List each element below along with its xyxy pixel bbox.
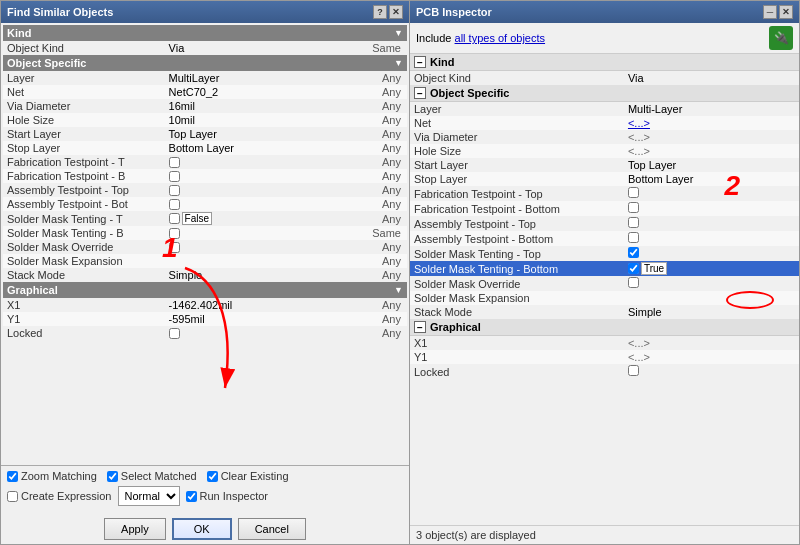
table-row: Y1 -595mil Any (3, 312, 407, 326)
asm-testpoint-bot-checkbox[interactable] (169, 199, 180, 210)
table-row: Solder Mask Tenting - T False Any (3, 211, 407, 226)
pcb-title: PCB Inspector (416, 6, 492, 18)
pcb-obj-spec-collapse[interactable]: − (414, 87, 426, 99)
bottom-options: Zoom Matching Select Matched Clear Exist… (1, 465, 409, 514)
kind-object-kind-value: Via (165, 41, 306, 55)
bottom-checkboxes-row1: Zoom Matching Select Matched Clear Exist… (7, 470, 403, 482)
solder-mask-override-checkbox[interactable] (169, 242, 180, 253)
table-row: Start Layer Top Layer (410, 158, 799, 172)
table-row: Via Diameter 16mil Any (3, 99, 407, 113)
table-row: Solder Mask Override Any (3, 240, 407, 254)
pcb-graphical-collapse[interactable]: − (414, 321, 426, 333)
clear-existing-label[interactable]: Clear Existing (207, 470, 289, 482)
table-row: Layer MultiLayer Any (3, 71, 407, 85)
pcb-kind-table: Object Kind Via (410, 71, 799, 85)
run-inspector-label[interactable]: Run Inspector (186, 490, 268, 502)
button-row: Apply OK Cancel (1, 514, 409, 544)
pcb-graphical-header: − Graphical (410, 319, 799, 336)
pcb-solder-bot-checkbox[interactable] (628, 263, 639, 274)
fab-testpoint-t-checkbox[interactable] (169, 157, 180, 168)
run-inspector-checkbox[interactable] (186, 491, 197, 502)
kind-object-kind-label: Object Kind (3, 41, 165, 55)
pcb-title-bar: PCB Inspector ─ ✕ (410, 1, 799, 23)
left-panel-body: Kind ▼ Object Kind Via Same Object Speci… (1, 23, 409, 465)
table-row: X1 -1462.402mil Any (3, 298, 407, 312)
create-expression-label[interactable]: Create Expression (7, 490, 112, 502)
pcb-object-specific-table: Layer Multi-Layer Net <...> Via Diameter… (410, 102, 799, 319)
cancel-button[interactable]: Cancel (238, 518, 306, 540)
kind-object-kind-modifier: Same (306, 41, 407, 55)
clear-existing-checkbox[interactable] (207, 471, 218, 482)
pcb-locked-checkbox[interactable] (628, 365, 639, 376)
pcb-asm-top-checkbox[interactable] (628, 217, 639, 228)
table-row: Locked (410, 364, 799, 379)
left-title-bar: Find Similar Objects ? ✕ (1, 1, 409, 23)
apply-button[interactable]: Apply (104, 518, 166, 540)
table-row: Stack Mode Simple Any (3, 268, 407, 282)
graphical-table: X1 -1462.402mil Any Y1 -595mil Any Locke… (3, 298, 407, 340)
table-row: Locked Any (3, 326, 407, 340)
help-button[interactable]: ? (373, 5, 387, 19)
net-link[interactable]: <...> (628, 117, 650, 129)
normal-dropdown[interactable]: Normal (118, 486, 180, 506)
pcb-graphical-table: X1 <...> Y1 <...> Locked (410, 336, 799, 379)
table-row: Layer Multi-Layer (410, 102, 799, 116)
table-row: X1 <...> (410, 336, 799, 350)
ok-button[interactable]: OK (172, 518, 232, 540)
kind-arrow: ▼ (394, 28, 403, 38)
pcb-close-button[interactable]: ✕ (779, 5, 793, 19)
table-row: Object Kind Via Same (3, 41, 407, 55)
table-row: Object Kind Via (410, 71, 799, 85)
zoom-matching-checkbox[interactable] (7, 471, 18, 482)
zoom-matching-label[interactable]: Zoom Matching (7, 470, 97, 482)
table-row: Solder Mask Override (410, 276, 799, 291)
pcb-include-label: Include all types of objects (416, 32, 545, 44)
pcb-min-button[interactable]: ─ (763, 5, 777, 19)
table-row: Start Layer Top Layer Any (3, 127, 407, 141)
object-specific-section-header: Object Specific ▼ (3, 55, 407, 71)
pcb-fab-top-checkbox[interactable] (628, 187, 639, 198)
object-specific-arrow: ▼ (394, 58, 403, 68)
asm-testpoint-top-checkbox[interactable] (169, 185, 180, 196)
table-row: Stop Layer Bottom Layer Any (3, 141, 407, 155)
select-matched-checkbox[interactable] (107, 471, 118, 482)
fab-testpoint-b-checkbox[interactable] (169, 171, 180, 182)
close-button[interactable]: ✕ (389, 5, 403, 19)
table-row: Assembly Testpoint - Top Any (3, 183, 407, 197)
table-row: Stack Mode Simple (410, 305, 799, 319)
pcb-solder-top-checkbox[interactable] (628, 247, 639, 258)
locked-checkbox[interactable] (169, 328, 180, 339)
kind-table: Object Kind Via Same (3, 41, 407, 55)
table-row: Net <...> (410, 116, 799, 130)
table-row: Y1 <...> (410, 350, 799, 364)
table-row: Fabrication Testpoint - T Any (3, 155, 407, 169)
graphical-section-header: Graphical ▼ (3, 282, 407, 298)
true-value-label: True (641, 262, 667, 275)
table-row: Assembly Testpoint - Bottom (410, 231, 799, 246)
pcb-asm-bot-checkbox[interactable] (628, 232, 639, 243)
table-row: Fabrication Testpoint - Top (410, 186, 799, 201)
pcb-solder-override-checkbox[interactable] (628, 277, 639, 288)
table-row: Assembly Testpoint - Top (410, 216, 799, 231)
pcb-kind-collapse[interactable]: − (414, 56, 426, 68)
pcb-include-link[interactable]: all types of objects (455, 32, 546, 44)
table-row: Net NetC70_2 Any (3, 85, 407, 99)
create-expression-checkbox[interactable] (7, 491, 18, 502)
table-row: Solder Mask Expansion (410, 291, 799, 305)
graphical-arrow: ▼ (394, 285, 403, 295)
pcb-logo-icon: 🔌 (769, 26, 793, 50)
false-value-label: False (182, 212, 212, 225)
table-row: Solder Mask Expansion Any (3, 254, 407, 268)
table-row: Solder Mask Tenting - B Same (3, 226, 407, 240)
selected-row[interactable]: Solder Mask Tenting - Bottom True (410, 261, 799, 276)
pcb-toolbar: Include all types of objects 🔌 (410, 23, 799, 54)
find-similar-objects-panel: Find Similar Objects ? ✕ Kind ▼ Object K… (0, 0, 410, 545)
kind-section-header: Kind ▼ (3, 25, 407, 41)
object-specific-table: Layer MultiLayer Any Net NetC70_2 Any Vi… (3, 71, 407, 282)
pcb-object-specific-header: − Object Specific (410, 85, 799, 102)
select-matched-label[interactable]: Select Matched (107, 470, 197, 482)
solder-mask-top-checkbox-left[interactable] (169, 213, 180, 224)
pcb-fab-bot-checkbox[interactable] (628, 202, 639, 213)
solder-mask-bot-checkbox[interactable] (169, 228, 180, 239)
pcb-inspector-panel: PCB Inspector ─ ✕ Include all types of o… (410, 0, 800, 545)
